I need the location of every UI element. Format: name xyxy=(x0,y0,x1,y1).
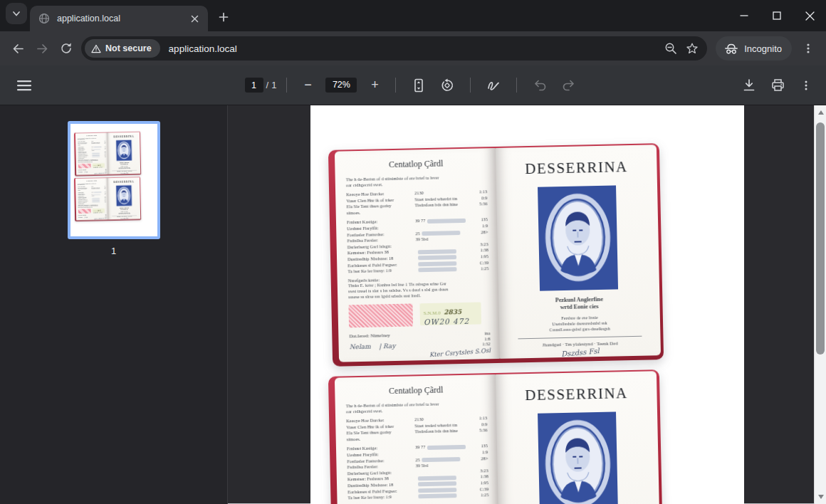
minimize-icon xyxy=(740,11,748,20)
stamp-row: S.N.M.0 2835 OW20 472 xyxy=(78,163,106,168)
star-icon xyxy=(686,42,699,55)
note-lines: Thsks E. krtsr ; Ksnhss lsd ltse 1 Tls r… xyxy=(78,204,106,209)
toolbar-divider xyxy=(516,78,517,93)
window-controls xyxy=(728,0,826,31)
passport-book: Centatlop Çãrdl The h de-Bertsn of d sti… xyxy=(73,177,140,221)
incognito-label: Incognito xyxy=(744,43,782,54)
forward-button[interactable] xyxy=(30,36,54,61)
country-name: DESSERRINA xyxy=(109,179,137,184)
minimize-button[interactable] xyxy=(728,0,760,31)
plus-icon xyxy=(219,12,229,22)
holder-name: Pezkunl Anglerfinewrtd Eonie cies xyxy=(110,207,138,211)
country-name: DESSERRINA xyxy=(109,135,137,139)
kebab-menu-icon xyxy=(803,43,814,54)
footer-hand-left: Nelam xyxy=(78,216,82,218)
incognito-icon xyxy=(724,43,738,55)
zoom-indicator-button[interactable] xyxy=(660,38,681,59)
redaction-bar xyxy=(417,249,456,254)
chevron-down-icon xyxy=(11,9,21,19)
redo-button[interactable] xyxy=(555,73,581,98)
maximize-icon xyxy=(773,11,781,20)
left-page-data-rows: Frnlsnrt Kastige: 39 77 135 Ueshnst Fisr… xyxy=(78,191,106,203)
pdf-toolbar: / 1 − 72% + xyxy=(0,65,826,105)
arrow-forward-icon xyxy=(36,42,49,56)
maximize-button[interactable] xyxy=(760,0,793,31)
url-text: application.local xyxy=(169,43,661,54)
fit-page-icon xyxy=(412,78,425,93)
scroll-up-button[interactable] xyxy=(815,107,826,118)
pdf-menu-button[interactable] xyxy=(11,73,37,98)
bookmark-button[interactable] xyxy=(681,38,703,59)
address-bar[interactable]: Not secure application.local xyxy=(81,36,707,61)
footer-label: Dat.Iered: Nimelney xyxy=(349,332,395,339)
footer-hand-mid: | Ray xyxy=(84,172,88,173)
left-page-title: Centatlop Çãrdl xyxy=(345,157,486,171)
zoom-out-icon xyxy=(664,42,677,55)
country-name: DESSERRINA xyxy=(506,384,647,405)
handwritten-code-box: S.N.M.0 2835 OW20 472 xyxy=(92,209,104,214)
passport-spread: Centatlop Çãrdl The h de-Bertsn of d sti… xyxy=(328,369,663,504)
globe-favicon-icon xyxy=(38,13,50,24)
pdf-content-area: Centatlop Çãrdl The h de-Bertsn of d sti… xyxy=(0,105,826,504)
pdf-more-button[interactable] xyxy=(793,73,819,98)
left-page-data-rows: Frnlsnrt Kastige: 39 77 135 Ueshnst Fisr… xyxy=(78,146,106,157)
scroll-down-button[interactable] xyxy=(815,491,826,503)
thumbnail-panel: Centatlop Çãrdl The h de-Bertsn of d sti… xyxy=(0,105,228,504)
print-button[interactable] xyxy=(765,73,790,98)
footer-signature: Kter Csrytsles S.Osl xyxy=(94,217,106,219)
entry-stamp xyxy=(348,304,413,328)
browser-tab[interactable]: application.local xyxy=(30,6,208,31)
rotate-ccw-icon xyxy=(440,78,454,93)
tab-close-button[interactable] xyxy=(188,12,201,25)
security-chip-label: Not secure xyxy=(105,43,152,53)
note-line: sssese ss slrse sss lgsld srlssls ssst l… xyxy=(78,161,106,162)
download-button[interactable] xyxy=(736,73,762,98)
left-page-info-rows: Keeoye Hoe Darcke: 2130 1:13 Vaser Clen … xyxy=(78,140,106,146)
reload-icon xyxy=(60,42,73,55)
zoom-in-button[interactable]: + xyxy=(364,75,385,96)
scrollbar-thumb[interactable] xyxy=(816,122,825,355)
note-title: Nsrefgerls krstie: xyxy=(347,501,488,504)
footer-signature: Kter Csrytsles S.Osl xyxy=(94,172,106,174)
back-button[interactable] xyxy=(6,36,30,61)
pdf-page: Centatlop Çãrdl The h de-Bertsn of d sti… xyxy=(310,105,744,504)
left-page-title: Centatlop Çãrdl xyxy=(77,135,105,137)
kebab-menu-icon xyxy=(800,80,812,91)
fit-page-button[interactable] xyxy=(406,73,432,98)
passport-book: Centatlop Çãrdl The h de-Bertsn of d sti… xyxy=(328,369,663,504)
hamburger-icon xyxy=(17,80,31,91)
code-handwritten: OW20 472 xyxy=(93,166,103,168)
redaction-bar xyxy=(422,457,460,462)
tab-strip: application.local xyxy=(0,0,826,31)
stamp-row: S.N.M.0 2835 OW20 472 xyxy=(78,209,106,214)
vertical-scrollbar[interactable] xyxy=(814,105,826,504)
zoom-out-button[interactable]: − xyxy=(297,75,318,96)
rotate-button[interactable] xyxy=(434,73,460,98)
tab-search-caret-button[interactable] xyxy=(6,3,27,24)
annotate-button[interactable] xyxy=(481,73,506,98)
undo-button[interactable] xyxy=(527,73,553,98)
redaction-bar xyxy=(418,261,456,266)
browser-menu-button[interactable] xyxy=(796,36,820,61)
zoom-level-field[interactable]: 72% xyxy=(325,78,357,93)
handwritten-code-box: S.N.M.0 2835 OW20 472 xyxy=(92,163,104,168)
new-tab-button[interactable] xyxy=(214,7,234,27)
close-window-button[interactable] xyxy=(793,0,826,31)
redaction-bar xyxy=(427,219,466,224)
redaction-bar xyxy=(418,494,456,499)
security-chip[interactable]: Not secure xyxy=(85,39,160,58)
code-handwritten: OW20 472 xyxy=(423,317,477,327)
footer-label: Dat.Iered: Nimelney xyxy=(78,214,87,216)
triangle-up-icon xyxy=(818,110,824,115)
thumbnail-page-1[interactable]: Centatlop Çãrdl The h de-Bertsn of d sti… xyxy=(68,121,160,239)
pen-squiggle-icon xyxy=(486,79,501,92)
toolbar-divider xyxy=(395,78,396,93)
thumbnail-page-content: Centatlop Çãrdl The h de-Bertsn of d sti… xyxy=(70,124,157,236)
passport-spread: Centatlop Çãrdl The h de-Bertsn of d sti… xyxy=(73,177,140,221)
triangle-down-icon xyxy=(818,495,824,499)
page-number-input[interactable] xyxy=(245,78,263,93)
reload-button[interactable] xyxy=(54,36,78,61)
redaction-bar xyxy=(93,191,101,192)
code-serial: 2835 xyxy=(443,308,461,316)
left-page-footer: Dat.Iered: Nimelney Nelam | Ray ina1:81:… xyxy=(349,331,491,359)
